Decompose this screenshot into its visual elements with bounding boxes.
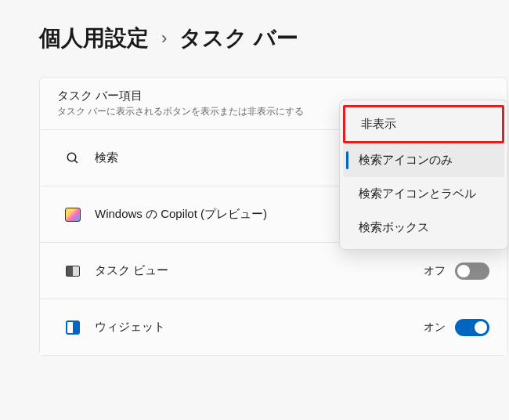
breadcrumb-parent[interactable]: 個人用設定 [39,24,149,53]
copilot-icon [57,208,88,222]
widgets-toggle[interactable] [455,319,489,336]
row-taskview-label: タスク ビュー [88,263,424,278]
svg-line-1 [74,160,78,163]
breadcrumb-current: タスク バー [179,24,298,53]
row-widgets[interactable]: ウィジェット オン [40,299,507,355]
taskview-icon [57,266,88,277]
row-taskview[interactable]: タスク ビュー オフ [40,242,507,299]
row-widgets-value: オン [424,320,446,335]
dropdown-option-icon-and-label[interactable]: 検索アイコンとラベル [343,177,504,211]
chevron-right-icon: › [161,28,167,49]
taskbar-items-panel: タスク バー項目 タスク バーに表示されるボタンを表示または非表示にする 非表示… [39,77,507,356]
row-widgets-label: ウィジェット [88,320,424,335]
dropdown-option-search-box[interactable]: 検索ボックス [343,211,504,244]
search-icon [57,151,88,165]
breadcrumb: 個人用設定 › タスク バー [0,0,509,77]
row-taskview-value: オフ [424,264,446,278]
dropdown-option-icon-only[interactable]: 検索アイコンのみ [343,143,504,177]
search-mode-dropdown[interactable]: 非表示 検索アイコンのみ 検索アイコンとラベル 検索ボックス [339,100,508,250]
dropdown-option-hidden[interactable]: 非表示 [343,105,504,143]
taskview-toggle[interactable] [455,262,489,280]
svg-point-0 [67,153,76,161]
widget-icon [57,320,88,335]
